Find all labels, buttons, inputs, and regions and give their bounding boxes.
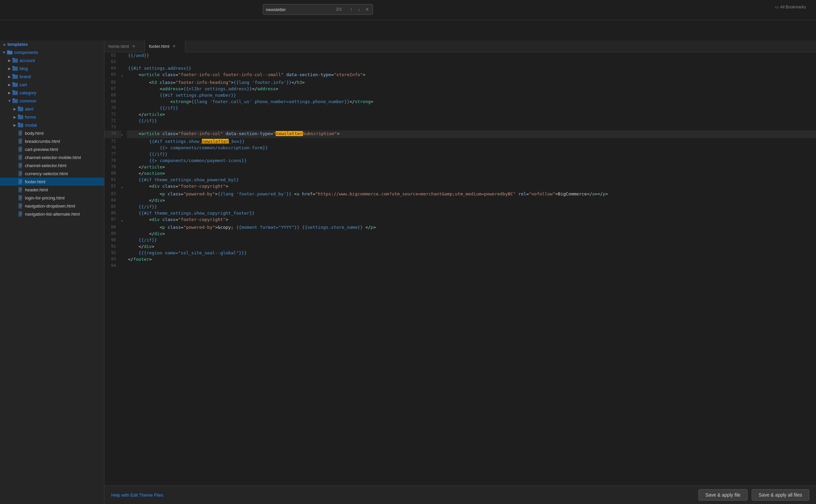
file-icon	[18, 187, 24, 193]
sidebar-item-header.html[interactable]: header.html	[0, 186, 104, 194]
sidebar-item-common[interactable]: ▼ common	[0, 97, 104, 105]
svg-rect-3	[12, 59, 18, 63]
fold-arrow[interactable]: ▾	[121, 71, 127, 79]
line-content: {{#if settings.show_newsletter_box}}	[127, 138, 816, 145]
sidebar-item-navigation-dropdown.html[interactable]: navigation-dropdown.html	[0, 202, 104, 210]
line-number: 88	[104, 224, 121, 230]
table-row: 78 {{> components/common/payment-icons}}	[104, 157, 816, 164]
search-count: 2/3	[336, 7, 346, 12]
line-content	[127, 124, 816, 130]
table-row: 76 {{> components/common/subscription-fo…	[104, 145, 816, 151]
table-row: 64{{#if settings.address}}	[104, 65, 816, 71]
sidebar-item-channel-selector-mobile.html[interactable]: channel-selector-mobile.html	[0, 153, 104, 161]
tab-footer[interactable]: footer.html ×	[145, 40, 185, 52]
svg-rect-8	[12, 74, 14, 75]
sidebar-item-brand[interactable]: ▶ brand	[0, 72, 104, 81]
line-content: {{/if}}	[127, 203, 816, 210]
sidebar-item-body.html[interactable]: body.html	[0, 129, 104, 137]
file-label: footer.html	[25, 179, 45, 184]
fold-arrow[interactable]: ▾	[121, 130, 127, 138]
line-number: 75	[104, 138, 121, 145]
file-icon	[18, 162, 24, 168]
line-number: 74	[104, 130, 121, 138]
line-number: 77	[104, 151, 121, 157]
line-number: 62	[104, 52, 121, 59]
all-bookmarks-button[interactable]: ▭ All Bookmarks	[775, 5, 806, 9]
file-label: cart-preview.html	[25, 147, 58, 152]
file-spacer	[12, 130, 18, 136]
file-icon	[18, 203, 24, 209]
line-number: 80	[104, 170, 121, 177]
search-close-button[interactable]: ×	[364, 6, 370, 13]
folder-arrow-icon: ▼	[7, 98, 12, 103]
sidebar-item-forms[interactable]: ▶ forms	[0, 113, 104, 121]
sidebar-item-cart-preview.html[interactable]: cart-preview.html	[0, 145, 104, 153]
line-content: </div>	[127, 230, 816, 237]
line-content: <article class="footer-info-col footer-i…	[127, 71, 816, 79]
line-content: </div>	[127, 243, 816, 250]
sidebar-item-category[interactable]: ▶ category	[0, 89, 104, 97]
file-spacer	[12, 211, 18, 217]
folder-icon	[18, 122, 24, 128]
file-spacer	[12, 171, 18, 176]
save-apply-all-files-button[interactable]: Save & apply all files	[752, 489, 809, 501]
sidebar-item-components[interactable]: ▼ components	[0, 48, 104, 56]
line-number: 66	[104, 79, 121, 86]
file-icon	[18, 154, 24, 160]
sidebar-item-channel-selector.html[interactable]: channel-selector.html	[0, 161, 104, 169]
fold-arrow	[121, 145, 127, 151]
help-link[interactable]: Help with Edit Theme Files	[111, 493, 163, 498]
svg-rect-6	[12, 66, 14, 67]
svg-rect-12	[12, 90, 14, 91]
fold-arrow[interactable]: ▾	[121, 216, 127, 224]
folder-label: cart	[20, 82, 27, 87]
search-next-button[interactable]: ↓	[356, 6, 362, 12]
fold-arrow	[121, 65, 127, 71]
sidebar-item-breadcrumbs.html[interactable]: breadcrumbs.html	[0, 137, 104, 145]
line-number: 64	[104, 65, 121, 71]
line-number: 85	[104, 203, 121, 210]
fold-arrow	[121, 52, 127, 59]
components-label: components	[14, 50, 38, 55]
folder-label: common	[20, 98, 36, 103]
tab-footer-close[interactable]: ×	[172, 44, 176, 49]
save-apply-file-button[interactable]: Save & apply file	[698, 489, 748, 501]
line-content: {{/and}}	[127, 52, 816, 59]
code-editor[interactable]: 62{{/and}}63 64{{#if settings.address}}6…	[104, 52, 816, 485]
sidebar-item-navigation-list-alternate.html[interactable]: navigation-list-alternate.html	[0, 210, 104, 218]
svg-rect-13	[12, 99, 18, 103]
table-row: 81 {{#if theme_settings.show_powered_by}…	[104, 177, 816, 183]
bottom-buttons: Save & apply file Save & apply all files	[698, 489, 809, 501]
folder-arrow-icon: ▶	[7, 58, 12, 63]
sidebar-item-currency-selector.html[interactable]: currency-selector.html	[0, 169, 104, 178]
tabs-bar: home.html × footer.html ×	[104, 40, 816, 52]
sidebar-item-alert[interactable]: ▶ alert	[0, 105, 104, 113]
bottom-bar: Help with Edit Theme Files Save & apply …	[104, 485, 816, 504]
search-prev-button[interactable]: ↑	[349, 6, 354, 12]
folder-label: account	[20, 58, 35, 63]
templates-section[interactable]: ▲ templates	[0, 40, 104, 48]
sidebar-item-login-for-pricing.html[interactable]: login-for-pricing.html	[0, 194, 104, 202]
table-row: 87▾ <div class="footer-copyright">	[104, 216, 816, 224]
table-row: 90 {{/if}}	[104, 237, 816, 243]
fold-arrow[interactable]: ▾	[121, 183, 127, 191]
file-spacer	[12, 155, 18, 160]
line-number: 83	[104, 191, 121, 197]
sidebar-item-modal[interactable]: ▶ modal	[0, 121, 104, 129]
tab-home[interactable]: home.html ×	[104, 40, 145, 52]
folder-arrow-icon: ▶	[12, 106, 18, 112]
table-row: 93</footer>	[104, 256, 816, 262]
tab-home-close[interactable]: ×	[132, 44, 136, 49]
table-row: 67 <address>{{nl2br settings.address}}</…	[104, 86, 816, 92]
sidebar-item-blog[interactable]: ▶ blog	[0, 64, 104, 72]
line-content: {{#if settings.address}}	[127, 65, 816, 71]
sidebar-item-footer.html[interactable]: footer.html	[0, 178, 104, 186]
table-row: 84 </div>	[104, 197, 816, 203]
sidebar-item-account[interactable]: ▶ account	[0, 56, 104, 64]
line-number: 91	[104, 243, 121, 250]
search-input[interactable]	[266, 7, 333, 12]
sidebar-item-cart[interactable]: ▶ cart	[0, 81, 104, 89]
fold-arrow	[121, 177, 127, 183]
line-content: </article>	[127, 164, 816, 170]
editor-area: home.html × footer.html × 62{{/and}}63 6…	[104, 40, 816, 504]
